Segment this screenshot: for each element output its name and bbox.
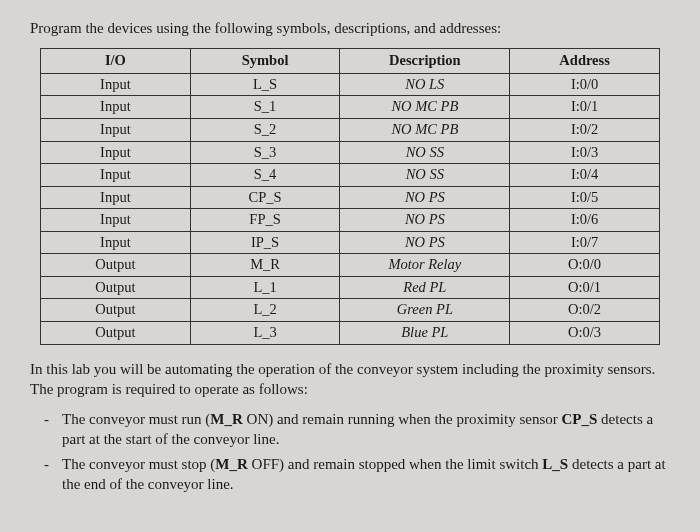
cell-io: Output (41, 276, 191, 299)
cell-io: Input (41, 164, 191, 187)
cell-address: I:0/3 (510, 141, 660, 164)
cell-description: NO LS (340, 73, 510, 96)
cell-io: Input (41, 118, 191, 141)
table-row: InputS_3NO SSI:0/3 (41, 141, 660, 164)
cell-description: Motor Relay (340, 254, 510, 277)
bullet-item: - The conveyor must run (M_R ON) and rem… (44, 409, 670, 450)
instructions-para: In this lab you will be automating the o… (30, 359, 670, 400)
table-header-row: I/O Symbol Description Address (41, 49, 660, 74)
cell-description: Blue PL (340, 322, 510, 345)
table-row: OutputL_2Green PLO:0/2 (41, 299, 660, 322)
cell-address: O:0/0 (510, 254, 660, 277)
cell-io: Input (41, 141, 191, 164)
device-table: I/O Symbol Description Address InputL_SN… (40, 48, 660, 344)
dash-icon: - (44, 409, 62, 450)
cell-symbol: FP_S (190, 209, 340, 232)
cell-description: Red PL (340, 276, 510, 299)
table-row: InputS_4NO SSI:0/4 (41, 164, 660, 187)
cell-io: Input (41, 231, 191, 254)
header-address: Address (510, 49, 660, 74)
cell-symbol: L_2 (190, 299, 340, 322)
cell-address: I:0/7 (510, 231, 660, 254)
table-row: InputIP_SNO PSI:0/7 (41, 231, 660, 254)
bullet-item: - The conveyor must stop (M_R OFF) and r… (44, 454, 670, 495)
cell-address: O:0/1 (510, 276, 660, 299)
cell-description: NO PS (340, 209, 510, 232)
dash-icon: - (44, 454, 62, 495)
intro-text: Program the devices using the following … (30, 18, 670, 38)
cell-description: NO PS (340, 186, 510, 209)
header-symbol: Symbol (190, 49, 340, 74)
cell-address: O:0/2 (510, 299, 660, 322)
cell-io: Input (41, 186, 191, 209)
cell-symbol: M_R (190, 254, 340, 277)
cell-symbol: S_4 (190, 164, 340, 187)
cell-symbol: L_S (190, 73, 340, 96)
cell-symbol: IP_S (190, 231, 340, 254)
cell-address: I:0/0 (510, 73, 660, 96)
cell-symbol: L_3 (190, 322, 340, 345)
cell-symbol: S_2 (190, 118, 340, 141)
cell-io: Output (41, 254, 191, 277)
bullet-list: - The conveyor must run (M_R ON) and rem… (30, 409, 670, 494)
table-row: InputS_1NO MC PBI:0/1 (41, 96, 660, 119)
cell-symbol: S_1 (190, 96, 340, 119)
cell-description: NO SS (340, 141, 510, 164)
cell-io: Input (41, 73, 191, 96)
cell-io: Input (41, 209, 191, 232)
bullet-text: The conveyor must stop (M_R OFF) and rem… (62, 454, 670, 495)
cell-address: I:0/1 (510, 96, 660, 119)
bullet-text: The conveyor must run (M_R ON) and remai… (62, 409, 670, 450)
cell-address: I:0/5 (510, 186, 660, 209)
table-row: InputS_2NO MC PBI:0/2 (41, 118, 660, 141)
cell-io: Output (41, 322, 191, 345)
table-row: OutputM_RMotor RelayO:0/0 (41, 254, 660, 277)
table-row: OutputL_1Red PLO:0/1 (41, 276, 660, 299)
cell-description: Green PL (340, 299, 510, 322)
table-body: InputL_SNO LSI:0/0InputS_1NO MC PBI:0/1I… (41, 73, 660, 344)
cell-address: I:0/4 (510, 164, 660, 187)
header-io: I/O (41, 49, 191, 74)
cell-address: O:0/3 (510, 322, 660, 345)
cell-description: NO MC PB (340, 118, 510, 141)
cell-address: I:0/6 (510, 209, 660, 232)
header-description: Description (340, 49, 510, 74)
table-row: InputCP_SNO PSI:0/5 (41, 186, 660, 209)
cell-description: NO PS (340, 231, 510, 254)
table-row: OutputL_3Blue PLO:0/3 (41, 322, 660, 345)
cell-symbol: CP_S (190, 186, 340, 209)
cell-address: I:0/2 (510, 118, 660, 141)
cell-io: Input (41, 96, 191, 119)
table-row: InputFP_SNO PSI:0/6 (41, 209, 660, 232)
cell-description: NO MC PB (340, 96, 510, 119)
table-row: InputL_SNO LSI:0/0 (41, 73, 660, 96)
cell-symbol: S_3 (190, 141, 340, 164)
cell-description: NO SS (340, 164, 510, 187)
cell-symbol: L_1 (190, 276, 340, 299)
cell-io: Output (41, 299, 191, 322)
